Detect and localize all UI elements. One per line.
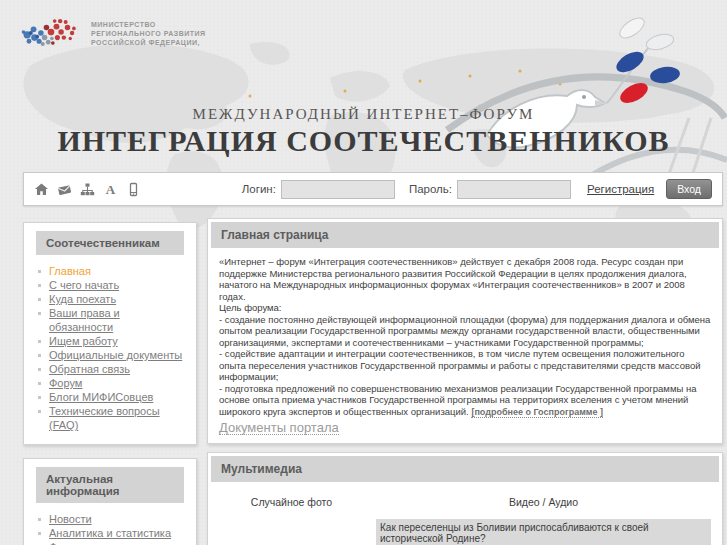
sidebar-menu: Новости Аналитика и статистика Фотогалер… [36, 512, 184, 545]
goal-paragraph: - подготовка предложений по совершенство… [219, 383, 711, 419]
page: МИНИСТЕРСТВО РЕГИОНАЛЬНОГО РАЗВИТИЯ РОСС… [0, 0, 727, 545]
multimedia-box: Мультимедиа Случайное фото Видео / Аудио… [207, 452, 723, 545]
ministry-emblem [18, 12, 84, 54]
sidebar-item-glavnaya: Главная [36, 264, 184, 278]
sidebar-item-rabota: Ищем работу [36, 334, 184, 348]
forum-subtitle: МЕЖДУНАРОДНЫЙ ИНТЕРНЕТ–ФОРУМ [0, 106, 727, 123]
password-input[interactable] [457, 180, 571, 199]
enter-button[interactable]: Вход [666, 179, 712, 199]
multimedia-columns: Случайное фото Видео / Аудио Как пересел… [211, 490, 719, 545]
register-link[interactable]: Регистрация [587, 183, 654, 195]
sidebar-item-s-chego-nachat: С чего начать [36, 278, 184, 292]
mobile-icon[interactable] [126, 182, 141, 197]
random-photo-label: Случайное фото [251, 496, 332, 508]
sidebar-item-novosti: Новости [36, 512, 184, 526]
sidebar-block-compatriots: Соотечественникам Главная С чего начать … [23, 222, 197, 445]
gosprogram-more-link[interactable]: [подробнее о Госпрограмме ] [471, 407, 603, 418]
video-title-highlight: Как переселенцы из Боливии приспосаблива… [376, 519, 711, 545]
sidebar: Соотечественникам Главная С чего начать … [23, 218, 197, 545]
login-input[interactable] [281, 180, 395, 199]
page-title: Главная страница [211, 222, 719, 248]
ministry-name: МИНИСТЕРСТВО РЕГИОНАЛЬНОГО РАЗВИТИЯ РОСС… [91, 20, 206, 47]
multimedia-title: Мультимедиа [211, 456, 719, 482]
masthead: МЕЖДУНАРОДНЫЙ ИНТЕРНЕТ–ФОРУМ ИНТЕГРАЦИЯ … [0, 106, 727, 158]
password-label: Пароль: [409, 183, 452, 195]
goal-paragraph: - содействие адаптации и интеграции соот… [219, 348, 711, 383]
sidebar-item-blogi: Блоги МИФИСовцев [36, 390, 184, 404]
page-text: «Интернет – форум «Интеграция соотечеств… [211, 256, 719, 435]
sidebar-item-dokumenty: Официальные документы [36, 348, 184, 362]
sitemap-icon[interactable] [80, 182, 95, 197]
goal-paragraph: - создание постоянно действующей информа… [219, 314, 711, 349]
font-size-icon[interactable]: A [103, 182, 118, 197]
forum-title: ИНТЕГРАЦИЯ СООТЕЧЕСТВЕННИКОВ [0, 124, 727, 158]
sidebar-block-title: Актуальная информация [36, 467, 184, 503]
sidebar-item-analitika: Аналитика и статистика [36, 526, 184, 540]
login-form: Логин: Пароль: Регистрация Вход [242, 179, 712, 199]
main-page-box: Главная страница «Интернет – форум «Инте… [207, 218, 723, 444]
sidebar-block-title: Соотечественникам [36, 231, 184, 255]
toolbar-icons: A [34, 182, 141, 197]
sidebar-item-prava: Ваши права и обязанности [36, 306, 184, 334]
sidebar-menu: Главная С чего начать Куда поехать Ваши … [36, 264, 184, 432]
intro-paragraph: «Интернет – форум «Интеграция соотечеств… [219, 256, 711, 302]
sidebar-block-actual-info: Актуальная информация Новости Аналитика … [23, 458, 197, 545]
sidebar-item-obratnaya-svyaz: Обратная связь [36, 362, 184, 376]
sidebar-item-forum: Форум [36, 376, 184, 390]
content-columns: Соотечественникам Главная С чего начать … [23, 218, 723, 545]
video-audio-label: Видео / Аудио [376, 496, 711, 508]
home-icon[interactable] [34, 182, 49, 197]
portal-documents-link[interactable]: Документы портала [219, 422, 339, 435]
sidebar-item-kuda-poehat: Куда поехать [36, 292, 184, 306]
login-label: Логин: [242, 183, 276, 195]
ministry-logo: МИНИСТЕРСТВО РЕГИОНАЛЬНОГО РАЗВИТИЯ РОСС… [18, 12, 206, 54]
sidebar-item-fotogalerei: Фотогалереи [36, 540, 184, 545]
goal-label: Цель форума: [219, 302, 711, 314]
login-bar: A Логин: Пароль: Регистрация Вход [23, 172, 723, 206]
video-audio-column: Видео / Аудио Как переселенцы из Боливии… [364, 496, 711, 545]
random-photo-column: Случайное фото [219, 496, 364, 545]
svg-text:A: A [106, 182, 116, 197]
mail-icon[interactable] [57, 182, 72, 197]
sidebar-item-faq: Технические вопросы (FAQ) [36, 404, 184, 432]
main-content: Главная страница «Интернет – форум «Инте… [207, 218, 723, 545]
